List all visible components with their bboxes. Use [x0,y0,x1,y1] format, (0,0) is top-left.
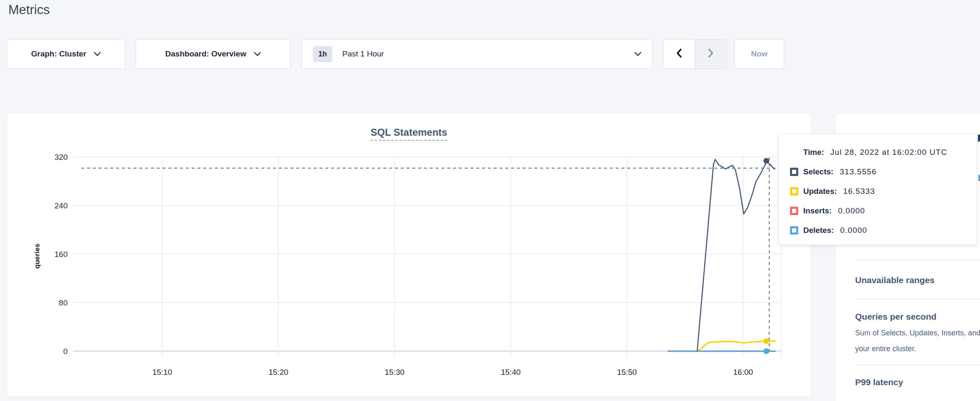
x-tick-label: 16:00 [733,368,753,377]
time-range-badge: 1h [313,46,332,62]
x-tick-label: 15:40 [501,368,521,377]
tooltip-series-row: Deletes: 0.0000 [790,223,968,237]
y-tick-label: 320 [54,153,68,161]
tooltip-series-label: Deletes: [803,226,834,235]
tooltip-time-value: Jul 28, 2022 at 16:02:00 UTC [830,148,947,157]
inserts-swatch-icon [790,207,798,215]
next-time-button[interactable] [695,39,726,68]
tooltip-series-value: 16.5333 [843,187,875,196]
tooltip-time-label: Time: [803,148,824,157]
sql-statements-chart-canvas[interactable]: 08016024032015:1015:2015:3015:4015:5016:… [7,113,812,397]
divider [855,259,980,260]
series-line-selects [697,159,774,351]
y-tick-label: 240 [54,201,68,210]
chart-hover-tooltip: Time: Jul 28, 2022 at 16:02:00 UTC Selec… [778,134,977,245]
previous-time-button[interactable] [663,39,695,68]
chart-title[interactable]: SQL Statements [371,127,447,141]
divider [855,364,980,365]
tooltip-series-label: Inserts: [803,206,832,215]
chevron-down-icon [94,52,101,56]
x-tick-label: 15:30 [385,368,405,377]
x-tick-label: 15:50 [617,368,637,377]
time-range-dropdown[interactable]: 1h Past 1 Hour [302,39,653,69]
tooltip-series-value: 313.5556 [840,167,877,176]
y-tick-label: 0 [63,347,68,356]
chevron-down-icon [634,52,641,56]
tooltip-series-row: Updates: 16.5333 [790,184,968,198]
chevron-left-icon [676,48,683,60]
tooltip-time-row: Time: Jul 28, 2022 at 16:02:00 UTC [790,145,968,159]
tooltip-series-value: 0.0000 [838,206,865,215]
series-line-updates [697,341,775,351]
dashboard-dropdown-label: Dashboard: Overview [165,49,246,59]
tooltip-series-label: Selects: [803,167,834,176]
graph-dropdown-label: Graph: Cluster [31,49,86,59]
hover-dot-deletes [763,348,769,354]
tooltip-series-label: Updates: [803,187,837,196]
deletes-swatch-icon [790,226,798,235]
updates-swatch-icon [790,187,798,196]
chevron-right-icon [707,48,714,60]
y-tick-label: 160 [54,250,68,259]
graph-dropdown[interactable]: Graph: Cluster [7,39,125,69]
time-step-button-group [663,39,727,69]
x-tick-label: 15:20 [268,368,288,377]
sidebar-heading-queries-per-second: Queries per second [855,312,936,322]
y-axis-label: queries [33,244,41,269]
tooltip-series-row: Selects: 313.5556 [790,165,968,178]
sidebar-description-line: Sum of Selects, Updates, Inserts, and De… [855,329,980,337]
clipped-text-fragment [978,134,980,142]
divider [855,299,980,300]
chevron-down-icon [254,52,261,56]
now-button[interactable]: Now [734,39,784,69]
hover-dot-selects [763,158,769,164]
tooltip-series-row: Inserts: 0.0000 [790,204,968,218]
time-range-label: Past 1 Hour [342,49,627,59]
hover-dot-updates [763,338,769,344]
sidebar-description-line: your entire cluster. [855,345,916,353]
sidebar-heading-unavailable-ranges: Unavailable ranges [855,275,934,285]
x-tick-label: 15:10 [152,368,172,377]
sql-statements-chart-card: 08016024032015:1015:2015:3015:4015:5016:… [7,113,811,396]
selects-swatch-icon [790,168,798,176]
clipped-link-fragment [978,175,980,181]
sidebar-heading-p99-latency: P99 latency [855,377,903,387]
tooltip-series-value: 0.0000 [840,226,867,235]
y-tick-label: 80 [59,298,68,307]
dashboard-dropdown[interactable]: Dashboard: Overview [136,39,290,69]
page-title: Metrics [8,2,50,17]
